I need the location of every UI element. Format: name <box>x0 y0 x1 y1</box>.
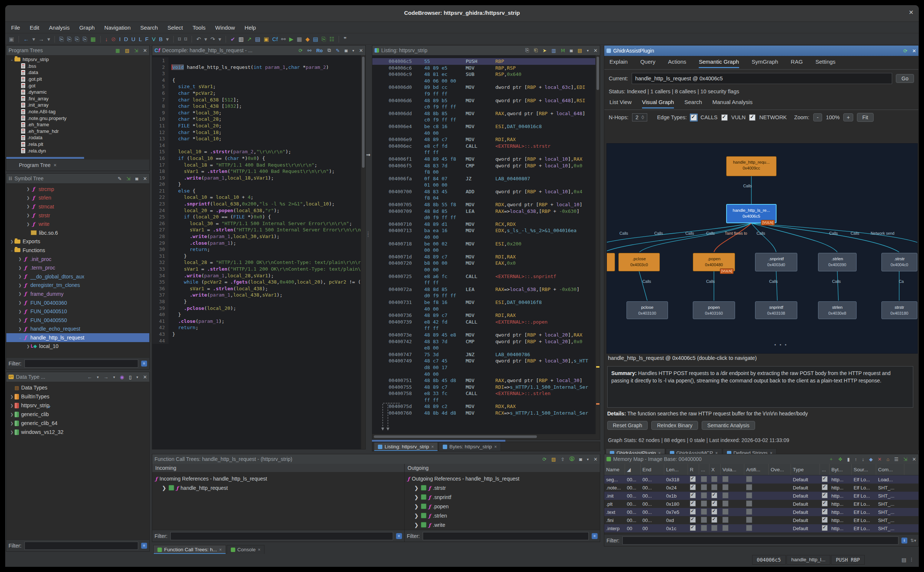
decompile-line[interactable]: 27 sVar1 = .strlen("HTTP/1.1 500 Interna… <box>152 227 365 233</box>
checkbox[interactable] <box>822 484 828 490</box>
decompile-line[interactable]: 43} <box>152 331 365 338</box>
list-icon[interactable]: ☰ <box>894 457 899 462</box>
tree-item-strncat[interactable]: ❯ƒstrncat <box>6 202 149 211</box>
memory-filter-input[interactable] <box>622 536 898 545</box>
listing-row[interactable]: 00400713ba ea 16MOVEDX,s_ls_-l_%s_2>&1_0… <box>372 227 600 234</box>
tree-item-handle-echo-request[interactable]: ❯ƒhandle_echo_request <box>6 325 149 334</box>
listing-row[interactable]: 0040070548 8b 55 f8MOVRDX,qword ptr [RBP… <box>372 201 600 208</box>
checkbox[interactable] <box>711 509 717 514</box>
checkbox[interactable] <box>822 525 828 531</box>
decompile-line[interactable]: 42 return; <box>152 324 365 331</box>
snapshot-icon[interactable]: ◙ <box>135 176 138 182</box>
back-icon[interactable]: ← <box>23 36 29 43</box>
listing-row[interactable]: 0040076048 8b 4d d8MOVRCX=>s_HTTP/1.1_50… <box>372 410 600 417</box>
network-checkbox[interactable] <box>749 114 756 121</box>
tree-item-term-proc[interactable]: ❯ƒ.term_proc <box>6 263 149 272</box>
listing-row[interactable]: 00400718be 00 02MOVESI,0x200 <box>372 241 600 247</box>
chevron-right-icon[interactable]: ❯ <box>9 239 14 244</box>
diamond-icon[interactable]: ◆ <box>305 36 310 43</box>
patch-icon[interactable]: ⎘ <box>59 36 64 43</box>
incoming-filter-input[interactable] <box>170 532 393 540</box>
decompile-line[interactable]: 6 char *pcVar2; <box>152 90 365 96</box>
tree-item-fun-00400550[interactable]: ❯ƒFUN_00400550 <box>6 316 149 325</box>
refresh-icon[interactable]: ⟳ <box>299 48 303 53</box>
fct-item-snprintf[interactable]: ❯ƒ.snprintf <box>408 493 600 502</box>
chevron-right-icon[interactable]: ❯ <box>17 266 23 270</box>
checkbox[interactable] <box>690 500 696 507</box>
checkbox[interactable] <box>822 476 828 482</box>
ro-badge[interactable]: Ro <box>316 48 323 53</box>
decompile-line[interactable]: 40 } <box>152 311 365 318</box>
tree-item-write[interactable]: ❯ƒwrite <box>6 219 149 228</box>
chevron-right-icon[interactable]: ❯ <box>26 204 31 208</box>
col-header-icon[interactable]: ... <box>699 464 709 475</box>
checkbox[interactable] <box>723 517 728 523</box>
listing-icon[interactable]: ▤ <box>255 36 260 43</box>
memory-row-init[interactable]: .init00...00...0x1bDefaulthttp...Elf Lo.… <box>604 492 918 500</box>
menu-item-file[interactable]: File <box>11 25 20 31</box>
checkbox[interactable] <box>701 500 707 507</box>
chevron-right-icon[interactable]: ❯ <box>17 318 23 322</box>
decompile-line[interactable]: 10 char *local_28; <box>152 116 365 123</box>
patch4-icon[interactable]: ⎘ <box>83 36 87 43</box>
checkbox[interactable] <box>690 493 696 498</box>
tree-item-rela-dyn[interactable]: .rela.dyn <box>6 147 149 154</box>
memory-icon[interactable]: ▦ <box>297 36 302 43</box>
go-button[interactable]: Go <box>896 74 914 83</box>
close-icon[interactable]: ✕ <box>912 48 916 54</box>
chevron-right-icon[interactable]: ❯ <box>26 213 31 217</box>
label-toggle-icon[interactable]: L <box>139 36 142 43</box>
listing-scrollbar[interactable] <box>595 55 600 434</box>
checkbox[interactable] <box>701 484 707 490</box>
graph-node-strlen[interactable]: .strlen0x400390 <box>818 253 857 271</box>
splitter-arrow-icon[interactable]: ⇒ <box>366 152 371 158</box>
page-icon[interactable]: ▯ <box>129 374 131 380</box>
tab-explain[interactable]: Explain <box>609 59 628 67</box>
menu-icon[interactable]: ▾ <box>136 375 138 379</box>
tree-item-fun-00400510[interactable]: ❯ƒFUN_00400510 <box>6 307 149 316</box>
listing-row[interactable]: 004006d648 89 b5MOVqword ptr [RBP + loca… <box>372 97 600 104</box>
decompile-line[interactable]: 9 char *local_30; <box>152 110 365 116</box>
fct-item-popen[interactable]: ❯ƒ.popen <box>408 502 600 511</box>
decompile-line[interactable]: 13 char *local_10; <box>152 135 365 142</box>
listing-row[interactable]: 0040071d48 89 c7MOVRDI,RAX <box>372 253 600 260</box>
graph-node-edge-node[interactable] <box>606 253 615 271</box>
menu-item-window[interactable]: Window <box>215 25 235 31</box>
decompile-line[interactable]: 20 } <box>152 181 365 188</box>
decompile-line[interactable]: 33 sVar1 = .strlen("HTTP/1.1 200 OK\r\nC… <box>152 266 365 272</box>
toggle-menu-icon[interactable]: ▾ <box>166 36 169 43</box>
close-icon[interactable]: ✕ <box>143 48 147 53</box>
chevron-right-icon[interactable]: ❯ <box>17 327 23 331</box>
folder-icon[interactable]: ▨ <box>551 457 556 462</box>
outgoing-filter-input[interactable] <box>423 532 589 540</box>
tree-item-generic-clib[interactable]: ❯generic_clib <box>6 410 149 419</box>
chevron-right-icon[interactable]: ❯ <box>26 187 31 191</box>
tree-item-note-gnu-property[interactable]: .note.gnu.property <box>6 115 149 121</box>
tree-item-httpsrv-strip[interactable]: ⌄httpsrv_strip <box>6 56 149 63</box>
markup-icon[interactable]: Ⅿ <box>561 48 565 53</box>
instruction-toggle-icon[interactable]: I <box>119 36 121 43</box>
import-tree-icon[interactable]: ⇲ <box>134 48 138 53</box>
zoom-in-button[interactable]: + <box>843 113 853 121</box>
nhops-spinner[interactable]: 2◊ <box>632 113 647 121</box>
semantic-analysis-button[interactable]: Semantic Analysis <box>702 421 755 430</box>
memory-row-note[interactable]: .note...00...00...0x24Defaulthttp...Elf … <box>604 483 918 492</box>
tree-item-httpsrv-strip[interactable]: ❯httpsrv_strip✔ <box>6 401 149 410</box>
decompile-line[interactable]: 22 local_10 = local_10 + 4; <box>152 194 365 201</box>
bookmark-toggle-icon[interactable]: B <box>159 36 163 43</box>
filter-options-icon[interactable]: ≡ <box>141 361 147 367</box>
listing-row[interactable]: 00400725e8 a6 fcCALL<EXTERNAL>::.snprint… <box>372 273 600 280</box>
decompile-line[interactable]: 32 local_28 = "HTTP/1.1 200 OK\r\nConten… <box>152 259 365 266</box>
tree-item-strstr[interactable]: ❯ƒstrstr <box>6 211 149 220</box>
close-icon[interactable]: ✕ <box>912 457 916 462</box>
decompile-line[interactable]: 17 local_18 = "HTTP/1.1 400 Bad Request\… <box>152 162 365 168</box>
listing-row[interactable]: 0040075548 89 c7MOVRDI=>s_HTTP/1.1_500_I… <box>372 384 600 390</box>
symbol-tree-header[interactable]: ☷ Symbol Tree ✎ ⇲ ◙ ✕ <box>6 174 149 183</box>
memory-row-text[interactable]: .text00...00...0x7e5Defaulthttp...Elf Lo… <box>604 508 918 516</box>
checkbox[interactable] <box>822 517 828 523</box>
copy-icon[interactable]: ⎘ <box>525 47 529 53</box>
program-tree-tab[interactable]: Program Tree × <box>6 160 149 171</box>
checkbox[interactable] <box>822 509 828 514</box>
redo-icon[interactable]: ↷ <box>210 36 215 43</box>
checkbox[interactable] <box>701 493 707 498</box>
